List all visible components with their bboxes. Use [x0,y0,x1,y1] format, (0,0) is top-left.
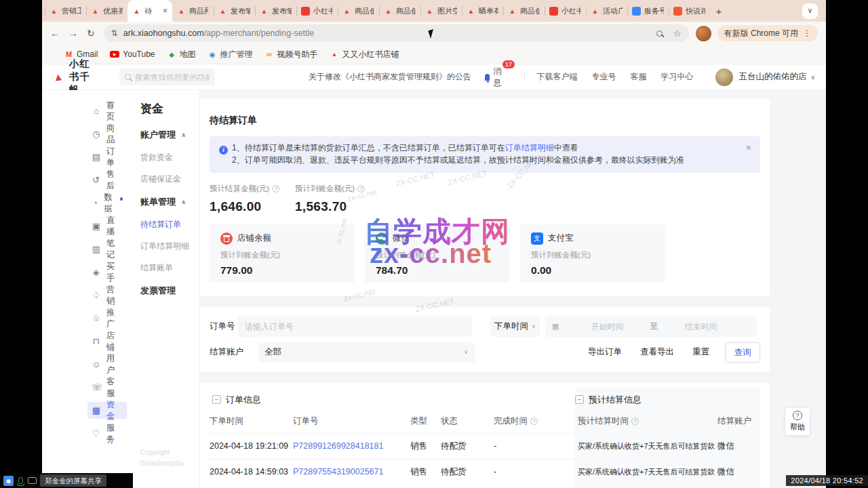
sidebar-item-marketing[interactable]: ♤营销 [87,287,127,304]
search-icon[interactable] [656,30,663,37]
reset-button[interactable]: 重置 [692,346,709,358]
nav-download-client[interactable]: 下载客户端 [536,71,577,83]
start-date-input[interactable] [567,322,647,331]
main-content: 待结算订单 i1、待结算订单是未结算的货款订单汇总，不含已结算订单，已结算订单可… [199,90,826,488]
shop-avatar[interactable] [715,68,733,86]
sidebar-item-goods[interactable]: ◷商品 [87,125,127,142]
video-channel-icon: ∞ [265,49,274,59]
order-info-group[interactable]: −订单信息 [212,394,575,406]
submenu-item-pending-settle[interactable]: 待结算订单 [140,219,199,230]
close-icon[interactable]: × [746,143,751,152]
submenu-group-bills[interactable]: 账单管理∧ [140,196,199,208]
browser-tab[interactable]: ▲商品创 [338,0,379,22]
shop-balance-icon [220,232,233,245]
browser-tab[interactable]: 服务号 [627,0,669,22]
shop-icon: ⊓ [92,336,101,346]
nav-learning-center[interactable]: 学习中心 [660,71,693,83]
tab-search-chevron-icon[interactable]: ∨ [802,3,818,19]
bookmark-promotion[interactable]: ◉推广管理 [208,49,253,60]
sidebar-item-notes[interactable]: ▥笔记 [87,241,127,258]
browser-tab[interactable]: ▲营销工 [45,0,86,22]
chevron-down-icon[interactable]: ∨ [810,74,815,81]
nav-pro-account[interactable]: 专业号 [591,71,616,83]
submenu-group-invoice[interactable]: 发票管理 [140,285,199,297]
bookmark-star-icon[interactable]: ☆ [673,28,682,39]
app-search-input[interactable] [135,73,210,81]
submenu-item-settle-bill[interactable]: 结算账单 [140,262,199,274]
order-number-link[interactable]: P728975543190025671 [293,467,383,476]
bookmark-maps[interactable]: ◆地图 [167,49,196,60]
browser-tab[interactable]: 快说评 [669,0,710,22]
settle-detail-link[interactable]: 订单结算明细 [505,143,554,152]
query-button[interactable]: 查询 [725,342,760,363]
bookmark-label: 地图 [180,49,196,60]
settle-account-select[interactable]: 全部∨ [258,342,475,363]
bookmark-xhs-shop[interactable]: ▲又又小红书店铺 [330,49,399,60]
tab-close-icon[interactable]: × [163,6,167,16]
end-date-input[interactable] [660,322,741,331]
app-search-box[interactable] [119,68,215,85]
browser-tab[interactable]: ▲活动广 [586,0,627,22]
date-range-picker[interactable]: ▦ 至 [545,317,757,337]
sidebar-item-data[interactable]: ◔数据 [87,195,127,211]
browser-tab[interactable]: 小红书 [545,0,586,22]
search-icon [125,74,131,80]
browser-tab[interactable]: 小红书 [296,0,338,22]
browser-tab[interactable]: ▲商品列 [172,0,214,22]
submenu-item-deposit[interactable]: 店铺保证金 [140,174,199,185]
browser-tab[interactable]: ▲优惠券 [86,0,127,22]
chrome-update-button[interactable]: 有新版 Chrome 可用 ⋮ [717,25,818,41]
reload-icon[interactable]: ↻ [87,28,95,39]
help-button[interactable]: ? 帮助 [785,408,810,435]
account-name: 店铺余额 [237,232,271,244]
question-icon[interactable]: ? [530,418,538,425]
new-tab-button[interactable]: + [710,5,728,17]
messages-button[interactable]: 消息 17 [485,66,504,89]
announcement-link[interactable]: 关于修改《小红书商家发货管理规则》的公告 [309,71,471,83]
settle-info-group[interactable]: −预计结算信息 [575,394,642,406]
submenu-item-goods-funds[interactable]: 货款资金 [140,152,199,163]
site-settings-icon[interactable]: ⇅ [111,28,118,38]
export-orders-button[interactable]: 导出订单 [588,346,622,358]
submenu-group-account[interactable]: 账户管理∧ [140,129,199,141]
sidebar-item-services[interactable]: ♡服务 [87,425,127,442]
question-icon[interactable]: ? [272,185,279,192]
sidebar-item-aftersale[interactable]: ↺售后 [87,171,127,188]
browser-profile-avatar[interactable] [696,26,711,41]
browser-tab[interactable]: ▲商品创 [379,0,420,22]
browser-tab[interactable]: ▲商品创 [503,0,545,22]
back-icon[interactable]: ← [50,28,60,39]
browser-menu-icon[interactable]: ⋮ [803,28,811,38]
nav-customer-service[interactable]: 客服 [630,71,646,83]
collapse-icon[interactable]: − [575,395,584,404]
question-icon[interactable]: ? [631,418,639,425]
tab-title: 活动广 [603,6,623,16]
view-exports-button[interactable]: 查看导出 [640,346,674,358]
forward-icon[interactable]: → [68,28,78,39]
browser-tab[interactable]: ▲晒单有 [462,0,503,22]
collapse-icon[interactable]: − [212,395,221,404]
sidebar-item-orders[interactable]: ▤订单 [87,148,127,165]
sidebar-item-promotion[interactable]: ♧推广 [87,310,127,327]
order-number-link[interactable]: P728991269928418181 [293,441,383,451]
sidebar-item-service[interactable]: ☏客服 [87,379,127,396]
question-icon[interactable]: ? [357,185,365,192]
browser-tab[interactable]: ▲图片空 [420,0,462,22]
shop-name[interactable]: 五台山的佑佑的店 [738,71,806,83]
order-no-input[interactable] [238,317,472,337]
browser-tab-active[interactable]: ▲待× [127,0,172,22]
bookmark-youtube[interactable]: ▶YouTube [110,49,155,59]
sidebar-item-buyer[interactable]: ◈买手 [87,264,127,281]
browser-tab[interactable]: ▲发布笔 [214,0,255,22]
sidebar-item-funds[interactable]: ▦资金 [87,402,127,419]
time-type-select[interactable]: 下单时间∨ [490,317,540,337]
submenu-item-settle-detail[interactable]: 订单结算明细 [140,241,199,252]
sidebar-item-users[interactable]: ☺用户 [87,356,127,373]
address-bar[interactable]: ⇅ ark.xiaohongshu.com /app-merchant/pend… [104,24,689,42]
sidebar-item-live[interactable]: ▣直播 [87,218,127,235]
browser-tab[interactable]: ▲发布笔 [255,0,296,22]
url-path: /app-merchant/pending-settle [204,28,315,38]
bookmark-video-helper[interactable]: ∞视频号助手 [265,49,318,60]
sidebar-item-home[interactable]: ⌂首页 [87,102,127,119]
sidebar-item-shop[interactable]: ⊓店铺 [87,333,127,350]
